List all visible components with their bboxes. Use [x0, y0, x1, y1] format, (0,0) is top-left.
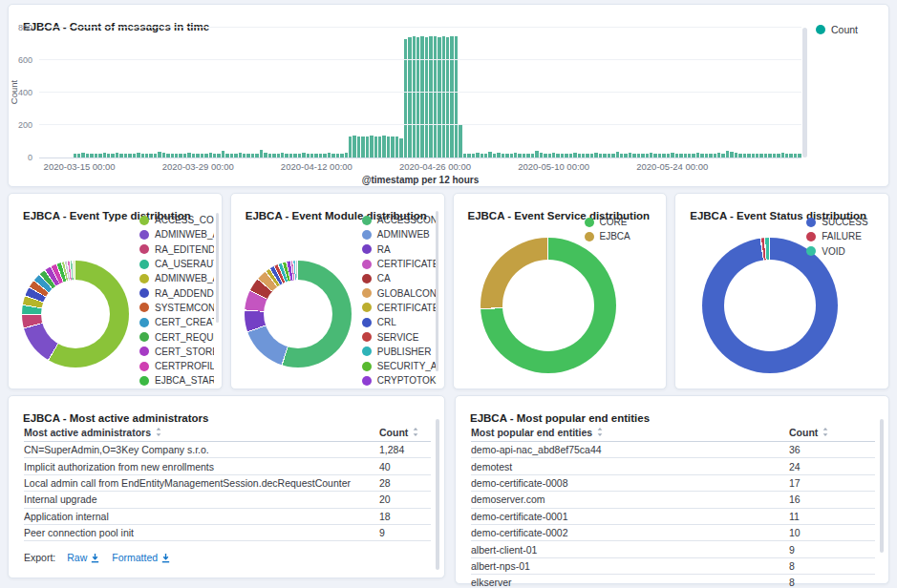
histogram-bar[interactable] — [434, 36, 437, 158]
legend-item[interactable]: ADMINWEB_AD... — [139, 271, 214, 285]
histogram-bar[interactable] — [552, 153, 555, 158]
histogram-bar[interactable] — [671, 153, 673, 158]
histogram-bar[interactable] — [773, 154, 776, 158]
column-header-count[interactable]: Count — [379, 427, 431, 438]
histogram-bar[interactable] — [307, 154, 310, 158]
histogram-bar[interactable] — [378, 136, 381, 158]
legend-item[interactable]: ACCESS_CONTR... — [139, 213, 214, 227]
histogram-bar[interactable] — [95, 154, 97, 158]
legend-item[interactable]: SERVICE — [362, 329, 437, 344]
histogram-bar[interactable] — [561, 154, 564, 158]
legend-item[interactable]: CERT_REQUEST — [139, 329, 214, 344]
histogram-bar[interactable] — [154, 154, 157, 158]
histogram-bar[interactable] — [349, 136, 352, 158]
histogram-bar[interactable] — [175, 154, 178, 158]
histogram-bar[interactable] — [328, 153, 331, 158]
legend-item[interactable]: EJBCA_STARTING — [139, 373, 214, 388]
histogram-bar[interactable] — [582, 154, 585, 158]
legend-item[interactable]: EJBCA — [585, 229, 659, 243]
legend-item[interactable]: CERTIFICATEPR... — [362, 301, 437, 315]
histogram-bar[interactable] — [692, 154, 694, 158]
histogram-bar[interactable] — [455, 36, 458, 158]
histogram-bar[interactable] — [268, 154, 271, 158]
histogram-bar[interactable] — [192, 154, 195, 158]
histogram-bar[interactable] — [679, 154, 682, 158]
legend-item[interactable]: CERTPROFILE_E... — [139, 359, 214, 373]
legend-item[interactable]: SYSTEMCONF_E... — [139, 301, 214, 315]
histogram-bar[interactable] — [459, 124, 461, 158]
histogram-bar[interactable] — [675, 154, 678, 158]
histogram-bar[interactable] — [696, 153, 699, 158]
histogram-bar[interactable] — [74, 154, 76, 158]
histogram-bar[interactable] — [794, 154, 797, 158]
histogram-bar[interactable] — [429, 36, 432, 158]
histogram-bar[interactable] — [77, 154, 80, 158]
export-formatted-link[interactable]: Formatted — [112, 552, 171, 563]
legend-item[interactable]: RA_EDITENDENT... — [139, 242, 214, 257]
histogram-bar[interactable] — [158, 152, 160, 158]
histogram-bar[interactable] — [667, 154, 670, 158]
histogram-bar[interactable] — [251, 154, 254, 158]
legend-item[interactable]: SUCCESS — [806, 215, 881, 229]
legend-series-label[interactable]: Count — [831, 24, 858, 35]
event-service-donut[interactable] — [481, 238, 616, 373]
panel-scrollbar[interactable] — [880, 419, 884, 553]
legend-item[interactable]: CA — [362, 271, 437, 285]
histogram-bar[interactable] — [467, 154, 470, 158]
histogram-bar[interactable] — [382, 136, 385, 158]
legend-item[interactable]: ADMINWEB_AD... — [139, 227, 214, 242]
histogram-bar[interactable] — [323, 154, 326, 158]
histogram-bar[interactable] — [743, 154, 746, 158]
histogram-bar[interactable] — [86, 154, 89, 158]
histogram-bar[interactable] — [179, 154, 182, 158]
histogram-bar[interactable] — [213, 154, 216, 158]
histogram-bar[interactable] — [505, 154, 508, 158]
histogram-bar[interactable] — [116, 153, 118, 158]
histogram-bar[interactable] — [171, 154, 174, 158]
legend-item[interactable]: FAILURE — [806, 229, 881, 243]
histogram-bar[interactable] — [255, 154, 258, 158]
legend-item[interactable]: CERT_CREATION — [139, 315, 214, 329]
histogram-bar[interactable] — [735, 153, 737, 158]
histogram-bar[interactable] — [404, 39, 407, 158]
histogram-bar[interactable] — [357, 136, 360, 158]
legend-scrollbar[interactable] — [216, 213, 219, 323]
histogram-bar[interactable] — [637, 154, 640, 158]
histogram-bar[interactable] — [246, 154, 249, 158]
histogram-bar[interactable] — [510, 154, 513, 158]
histogram-bar[interactable] — [472, 154, 475, 158]
legend-item[interactable]: CERT_STORED — [139, 345, 214, 359]
histogram-bar[interactable] — [345, 153, 348, 158]
histogram-bar[interactable] — [620, 154, 623, 158]
histogram-bar[interactable] — [590, 154, 593, 158]
histogram-bar[interactable] — [586, 154, 588, 158]
histogram-bar[interactable] — [785, 154, 788, 158]
legend-item[interactable]: CERTIFICATE — [362, 257, 437, 271]
histogram-bar[interactable] — [768, 154, 771, 158]
histogram-bar[interactable] — [298, 154, 301, 158]
histogram-bar[interactable] — [726, 151, 729, 158]
histogram-bar[interactable] — [124, 154, 127, 158]
histogram-bar[interactable] — [352, 136, 355, 158]
histogram-bar[interactable] — [705, 154, 708, 158]
histogram-bar[interactable] — [781, 153, 784, 158]
histogram-bar[interactable] — [450, 36, 453, 158]
histogram-bar[interactable] — [81, 153, 84, 158]
histogram-bar[interactable] — [133, 154, 136, 158]
histogram-bar[interactable] — [187, 153, 190, 158]
histogram-bar[interactable] — [714, 154, 716, 158]
histogram-bar[interactable] — [239, 153, 242, 158]
histogram-bar[interactable] — [611, 154, 614, 158]
legend-scrollbar[interactable] — [802, 28, 807, 158]
histogram-bar[interactable] — [709, 154, 712, 158]
histogram-bar[interactable] — [632, 154, 635, 158]
histogram-bar[interactable] — [446, 37, 449, 158]
histogram-bar[interactable] — [277, 154, 280, 158]
histogram-bar[interactable] — [578, 154, 581, 158]
histogram-bar[interactable] — [319, 154, 322, 158]
histogram-bar[interactable] — [196, 154, 199, 158]
histogram-bar[interactable] — [209, 153, 212, 158]
histogram-bar[interactable] — [535, 151, 538, 158]
histogram-bar[interactable] — [420, 36, 423, 158]
histogram-bar[interactable] — [764, 154, 767, 158]
